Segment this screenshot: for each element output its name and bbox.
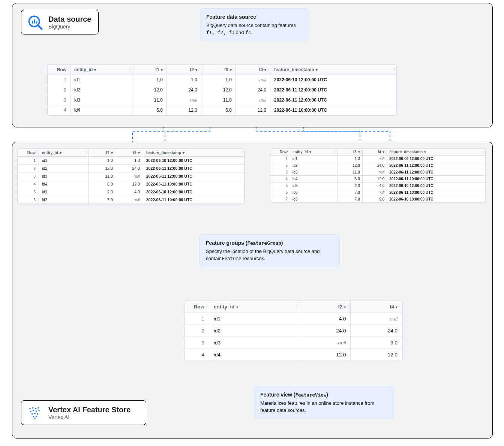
callout-title: Feature data source	[206, 13, 302, 21]
source-table: Rowentity_id▾f1▾f2▾f3▾f4▾feature_timesta…	[47, 64, 397, 116]
cell-ts: 2022-06-10 12:00:00 UTC	[270, 75, 396, 85]
cell-ts: 2022-06-11 12:00:00 UTC	[143, 172, 244, 180]
col-header-f4[interactable]: f4▾	[351, 301, 402, 313]
col-header-entity[interactable]: entity_id▾	[290, 149, 338, 156]
sort-icon: ▾	[230, 68, 232, 72]
callout-body: Specify the location of the BigQuery dat…	[206, 248, 333, 262]
col-header-f4[interactable]: f4▾	[236, 65, 270, 75]
cell-f1: 11.0	[89, 172, 116, 180]
cell-ts: 2022-06-11 12:00:00 UTC	[270, 85, 396, 95]
col-header-f3[interactable]: f3▾	[338, 149, 362, 156]
cell-f1: 12.0	[132, 85, 166, 95]
cell-f3: 11.0	[201, 95, 236, 105]
cell-row: 1	[18, 157, 39, 165]
cell-f4: 12.0	[362, 176, 387, 183]
cell-entity: id4	[290, 176, 338, 183]
sort-icon: ▾	[309, 150, 311, 154]
cell-ts: 2022-06-10 12:00:00 UTC	[387, 183, 486, 189]
cell-ts: 2022-06-11 12:00:00 UTC	[270, 95, 396, 105]
col-header-row[interactable]: Row	[270, 149, 290, 156]
data-source-card: Data source BigQuery	[21, 10, 99, 34]
sort-icon: ▾	[60, 151, 62, 155]
cell-entity: id1	[290, 156, 338, 162]
cell-row: 3	[270, 169, 290, 176]
cell-f4: 24.0	[236, 85, 270, 95]
cell-entity: id3	[290, 196, 338, 203]
table-row: 3id311.0null11.0null2022-06-11 12:00:00 …	[48, 95, 396, 105]
cell-f3: 12.0	[338, 162, 362, 169]
cell-row: 4	[185, 349, 209, 361]
col-header-row[interactable]: Row	[18, 149, 39, 157]
feature-group-table-left: Rowentity_id▾f1▾f2▾feature_timestamp▾1id…	[17, 148, 245, 204]
cell-f4: null	[236, 75, 270, 85]
col-header-f4[interactable]: f4▾	[362, 149, 387, 156]
cell-entity: id1	[39, 188, 89, 196]
sort-icon: ▾	[316, 68, 318, 72]
sort-icon: ▾	[382, 150, 384, 154]
callout-body: BigQuery data source containing features…	[206, 22, 302, 36]
cell-f3: 1.0	[201, 75, 236, 85]
col-header-f1[interactable]: f1▾	[132, 65, 166, 75]
cell-f2: 24.0	[299, 325, 351, 337]
cell-entity: id4	[70, 105, 132, 115]
col-header-entity[interactable]: entity_id▾	[39, 149, 89, 157]
cell-ts: 2022-06-11 10:00:00 UTC	[387, 176, 486, 183]
cell-row: 2	[185, 325, 209, 337]
col-header-ts[interactable]: feature_timestamp▾	[143, 149, 244, 157]
cell-f1: 1.0	[132, 75, 166, 85]
col-header-row[interactable]: Row	[48, 65, 70, 75]
sort-icon: ▾	[424, 150, 426, 154]
cell-row: 4	[18, 180, 39, 188]
cell-entity: id1	[39, 157, 89, 165]
cell-f4: 9.0	[362, 196, 387, 203]
col-header-ts[interactable]: feature_timestamp▾	[270, 65, 396, 75]
table-row: 3id3null9.0	[185, 337, 402, 349]
cell-ts: 2022-06-11 12:00:00 UTC	[143, 165, 244, 172]
feature-view-table: Rowentity_id▾f2▾f4▾1id14.0null2id224.024…	[184, 301, 403, 361]
col-header-f1[interactable]: f1▾	[89, 149, 116, 157]
col-header-f2[interactable]: f2▾	[116, 149, 143, 157]
table-row: 3id311.0null2022-06-11 12:00:00 UTC	[18, 172, 244, 180]
cell-f2: 4.0	[116, 188, 143, 196]
cell-ts: 2022-06-09 12:00:00 UTC	[387, 156, 486, 162]
svg-point-14	[34, 413, 36, 414]
table-row: 4id46.012.06.012.02022-06-11 10:00:00 UT…	[48, 105, 396, 115]
cell-row: 4	[48, 105, 70, 115]
table-row: 5id52.04.02022-06-10 12:00:00 UTC	[270, 183, 486, 189]
feature-view-callout: Feature view (FeatureView) Materializes …	[254, 386, 394, 419]
svg-point-10	[33, 410, 34, 412]
svg-rect-3	[34, 19, 35, 24]
feature-group-table-right: Rowentity_id▾f3▾f4▾feature_timestamp▾1id…	[270, 148, 486, 203]
table-row: 6id67.0null2022-06-11 10:00:00 UTC	[270, 189, 486, 196]
col-header-f3[interactable]: f3▾	[201, 65, 236, 75]
cell-row: 1	[185, 313, 209, 325]
cell-f3: 11.0	[338, 169, 362, 176]
col-header-entity[interactable]: entity_id▾	[70, 65, 132, 75]
cell-entity: id5	[290, 183, 338, 189]
col-header-row[interactable]: Row	[185, 301, 209, 313]
sort-icon: ▾	[138, 151, 140, 155]
cell-entity: id2	[39, 165, 89, 172]
svg-point-9	[30, 411, 32, 412]
col-header-ts[interactable]: feature_timestamp▾	[387, 149, 486, 156]
sort-icon: ▾	[94, 68, 96, 72]
cell-f4: 4.0	[362, 183, 387, 189]
table-row: 2id212.024.02022-06-11 12:00:00 UTC	[270, 162, 486, 169]
table-row: 2id224.024.0	[185, 325, 402, 337]
cell-entity: id4	[209, 349, 299, 361]
col-header-entity[interactable]: entity_id▾	[209, 301, 299, 313]
cell-f2: 1.0	[116, 157, 143, 165]
cell-ts: 2022-06-11 10:00:00 UTC	[387, 189, 486, 196]
store-card-title: Vertex AI Feature Store	[48, 405, 130, 414]
cell-f3: 1.0	[338, 156, 362, 162]
svg-point-13	[32, 413, 33, 415]
table-row: 1id11.01.02022-06-10 12:00:00 UTC	[18, 157, 244, 165]
cell-entity: id6	[290, 189, 338, 196]
sort-icon: ▾	[195, 68, 197, 72]
svg-point-16	[33, 416, 34, 418]
cell-f4: 24.0	[362, 162, 387, 169]
svg-point-17	[36, 416, 37, 418]
sort-icon: ▾	[111, 151, 113, 155]
col-header-f2[interactable]: f2▾	[299, 301, 351, 313]
col-header-f2[interactable]: f2▾	[166, 65, 201, 75]
